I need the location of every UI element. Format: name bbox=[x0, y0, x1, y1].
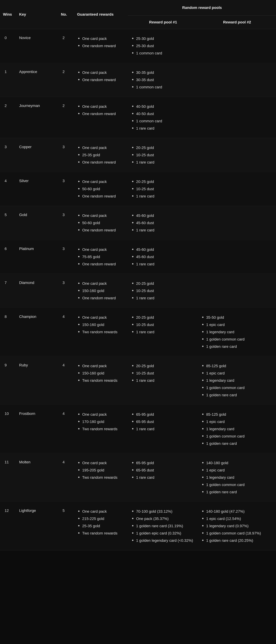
list-item: 50-60 gold bbox=[81, 185, 125, 192]
cell-guaranteed-list: One card pack170-180 goldTwo random rewa… bbox=[77, 411, 125, 433]
table-row: 1Apprentice2One card packOne random rewa… bbox=[0, 63, 276, 97]
list-item: One card pack bbox=[81, 314, 125, 321]
list-item: 1 golden common card bbox=[205, 336, 273, 343]
cell-pool1-list: 20-25 gold10-25 dust1 rare card bbox=[131, 144, 195, 166]
table-row: 2Journeyman2One card packOne random rewa… bbox=[0, 97, 276, 138]
cell-pool2 bbox=[198, 274, 276, 308]
list-item: One random reward bbox=[81, 192, 125, 200]
list-item: 1 epic card (12.54%) bbox=[205, 515, 273, 522]
cell-no: 2 bbox=[58, 97, 74, 138]
list-item: One card pack bbox=[81, 411, 125, 418]
cell-guaranteed: One card pack170-180 goldTwo random rewa… bbox=[74, 405, 128, 453]
cell-pool2: 85-125 gold1 epic card1 legendary card1 … bbox=[198, 405, 276, 453]
cell-pool1: 45-60 gold45-60 dust1 rare card bbox=[128, 240, 198, 274]
list-item: 1 rare card bbox=[135, 328, 195, 336]
list-item: 20-25 gold bbox=[135, 178, 195, 185]
list-item: One random reward bbox=[81, 294, 125, 302]
cell-key: Lightforge bbox=[16, 502, 58, 550]
cell-guaranteed: One card pack215-225 gold25-35 goldTwo r… bbox=[74, 502, 128, 550]
cell-pool1-list: 20-25 gold10-25 dust1 rare card bbox=[131, 362, 195, 384]
cell-wins: 8 bbox=[0, 308, 16, 356]
list-item: One card pack bbox=[81, 459, 125, 466]
list-item: One card pack bbox=[81, 69, 125, 76]
cell-guaranteed: One card packOne random reward bbox=[74, 29, 128, 63]
cell-no: 3 bbox=[58, 274, 74, 308]
cell-guaranteed: One card pack150-160 goldTwo random rewa… bbox=[74, 356, 128, 405]
list-item: One card pack bbox=[81, 246, 125, 253]
list-item: 170-180 gold bbox=[81, 418, 125, 426]
list-item: One pack (35.37%) bbox=[135, 515, 195, 522]
list-item: Two random rewards bbox=[81, 530, 125, 537]
cell-pool1: 20-25 gold10-25 dust1 rare card bbox=[128, 274, 198, 308]
list-item: 25-35 gold bbox=[81, 522, 125, 530]
list-item: 140-180 gold (47.27%) bbox=[205, 508, 273, 515]
list-item: 1 epic card bbox=[205, 418, 273, 426]
cell-guaranteed: One card pack150-160 goldTwo random rewa… bbox=[74, 308, 128, 356]
list-item: 20-25 gold bbox=[135, 144, 195, 152]
list-item: 1 rare card bbox=[135, 426, 195, 433]
cell-wins: 6 bbox=[0, 240, 16, 274]
cell-key: Novice bbox=[16, 29, 58, 63]
cell-pool1-list: 30-35 gold30-35 dust1 common card bbox=[131, 69, 195, 91]
list-item: 45-60 dust bbox=[135, 219, 195, 226]
cell-pool2-list: 140-180 gold1 epic card1 legendary card1… bbox=[201, 459, 273, 496]
list-item: 150-160 gold bbox=[81, 321, 125, 328]
cell-key: Copper bbox=[16, 138, 58, 172]
cell-no: 3 bbox=[58, 206, 74, 240]
list-item: 65-95 gold bbox=[135, 411, 195, 418]
cell-pool1: 40-50 gold40-50 dust1 common card1 rare … bbox=[128, 97, 198, 138]
cell-wins: 10 bbox=[0, 405, 16, 453]
list-item: 20-25 gold bbox=[135, 280, 195, 287]
list-item: 30-35 dust bbox=[135, 76, 195, 84]
cell-pool2: 140-180 gold (47.27%)1 epic card (12.54%… bbox=[198, 502, 276, 550]
list-item: One random reward bbox=[81, 76, 125, 84]
cell-guaranteed: One card pack50-60 goldOne random reward bbox=[74, 172, 128, 206]
cell-pool1-list: 45-60 gold45-60 dust1 rare card bbox=[131, 212, 195, 234]
list-item: One card pack bbox=[81, 103, 125, 110]
table-row: 8Champion4One card pack150-160 goldTwo r… bbox=[0, 308, 276, 356]
list-item: 35-50 gold bbox=[205, 314, 273, 321]
list-item: 1 rare card bbox=[135, 159, 195, 166]
list-item: 75-85 gold bbox=[81, 253, 125, 260]
list-item: 1 golden epic card (0.32%) bbox=[135, 530, 195, 537]
list-item: 1 epic card bbox=[205, 321, 273, 328]
list-item: 10-25 dust bbox=[135, 321, 195, 328]
cell-no: 3 bbox=[58, 138, 74, 172]
list-item: 1 legendary card bbox=[205, 377, 273, 384]
list-item: 30-35 gold bbox=[135, 69, 195, 76]
list-item: One card pack bbox=[81, 280, 125, 287]
list-item: 1 legendary card (0.97%) bbox=[205, 522, 273, 530]
list-item: One card pack bbox=[81, 178, 125, 185]
cell-pool1-list: 20-25 gold10-25 dust1 rare card bbox=[131, 178, 195, 200]
cell-pool2 bbox=[198, 29, 276, 63]
table-row: 11Molten4One card pack195-205 goldTwo ra… bbox=[0, 453, 276, 502]
list-item: One random reward bbox=[81, 226, 125, 234]
cell-guaranteed: One card pack50-60 goldOne random reward bbox=[74, 206, 128, 240]
cell-pool1: 20-25 gold10-25 dust1 rare card bbox=[128, 138, 198, 172]
list-item: 215-225 gold bbox=[81, 515, 125, 522]
list-item: One random reward bbox=[81, 260, 125, 268]
cell-pool1: 25-30 gold25-30 dust1 common card bbox=[128, 29, 198, 63]
cell-pool1: 20-25 gold10-25 dust1 rare card bbox=[128, 172, 198, 206]
list-item: 50-60 gold bbox=[81, 219, 125, 226]
header-guaranteed: Guaranteed rewards bbox=[74, 0, 128, 29]
header-random-pools: Random reward pools bbox=[128, 0, 276, 16]
cell-key: Ruby bbox=[16, 356, 58, 405]
table-row: 5Gold3One card pack50-60 goldOne random … bbox=[0, 206, 276, 240]
table-row: 6Platinum3One card pack75-85 goldOne ran… bbox=[0, 240, 276, 274]
cell-pool1-list: 40-50 gold40-50 dust1 common card1 rare … bbox=[131, 103, 195, 132]
cell-guaranteed: One card pack195-205 goldTwo random rewa… bbox=[74, 453, 128, 502]
list-item: Two random rewards bbox=[81, 426, 125, 433]
cell-pool2 bbox=[198, 63, 276, 97]
list-item: 40-50 dust bbox=[135, 110, 195, 118]
table-row: 9Ruby4One card pack150-160 goldTwo rando… bbox=[0, 356, 276, 405]
cell-no: 2 bbox=[58, 29, 74, 63]
list-item: 25-30 gold bbox=[135, 35, 195, 42]
list-item: 25-35 gold bbox=[81, 152, 125, 159]
cell-wins: 12 bbox=[0, 502, 16, 550]
list-item: 195-205 gold bbox=[81, 466, 125, 474]
table-row: 12Lightforge5One card pack215-225 gold25… bbox=[0, 502, 276, 550]
list-item: 70-100 gold (33.12%) bbox=[135, 508, 195, 515]
cell-pool1-list: 65-95 gold65-95 dust1 rare card bbox=[131, 411, 195, 433]
list-item: 1 golden common card bbox=[205, 384, 273, 392]
